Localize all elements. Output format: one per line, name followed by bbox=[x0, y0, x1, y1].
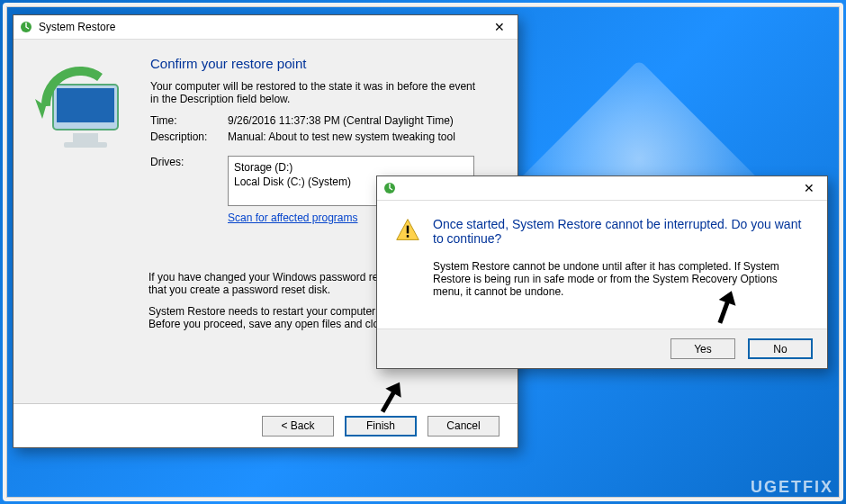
dialog-button-row: Yes No bbox=[377, 328, 827, 368]
back-button[interactable]: < Back bbox=[262, 416, 334, 436]
svg-rect-2 bbox=[57, 88, 114, 122]
svg-rect-3 bbox=[73, 133, 98, 142]
page-heading: Confirm your restore point bbox=[148, 56, 490, 71]
wizard-button-row: < Back Finish Cancel bbox=[14, 403, 518, 447]
close-button[interactable]: ✕ bbox=[482, 15, 518, 39]
system-restore-illustration bbox=[30, 50, 138, 158]
close-icon: ✕ bbox=[494, 21, 505, 33]
svg-rect-8 bbox=[407, 226, 409, 234]
intro-text: Your computer will be restored to the st… bbox=[148, 80, 482, 105]
drive-item: Storage (D:) bbox=[234, 160, 468, 175]
description-label: Description: bbox=[150, 130, 228, 143]
close-icon: ✕ bbox=[804, 182, 814, 194]
yes-button[interactable]: Yes bbox=[670, 338, 735, 359]
svg-rect-4 bbox=[64, 142, 107, 148]
cancel-button[interactable]: Cancel bbox=[428, 416, 500, 436]
description-value: Manual: About to test new system tweakin… bbox=[228, 130, 455, 143]
scan-affected-link[interactable]: Scan for affected programs bbox=[228, 212, 358, 224]
svg-rect-9 bbox=[407, 235, 409, 238]
dialog-close-button[interactable]: ✕ bbox=[791, 176, 827, 200]
confirm-dialog: ✕ Once started, System Restore cannot be… bbox=[376, 176, 828, 369]
finish-button[interactable]: Finish bbox=[345, 416, 417, 436]
watermark: UGETFIX bbox=[751, 478, 833, 497]
time-value: 9/26/2016 11:37:38 PM (Central Daylight … bbox=[228, 114, 454, 127]
dialog-headline: Once started, System Restore cannot be i… bbox=[433, 217, 809, 246]
system-restore-icon bbox=[382, 181, 397, 195]
system-restore-icon bbox=[19, 20, 33, 34]
dialog-titlebar[interactable]: ✕ bbox=[377, 176, 827, 201]
time-label: Time: bbox=[150, 114, 228, 127]
warning-icon bbox=[395, 217, 420, 246]
titlebar[interactable]: System Restore ✕ bbox=[14, 15, 518, 40]
no-button[interactable]: No bbox=[748, 338, 813, 359]
drives-label: Drives: bbox=[150, 156, 228, 224]
window-title: System Restore bbox=[39, 21, 482, 33]
dialog-message: System Restore cannot be undone until af… bbox=[433, 260, 809, 298]
